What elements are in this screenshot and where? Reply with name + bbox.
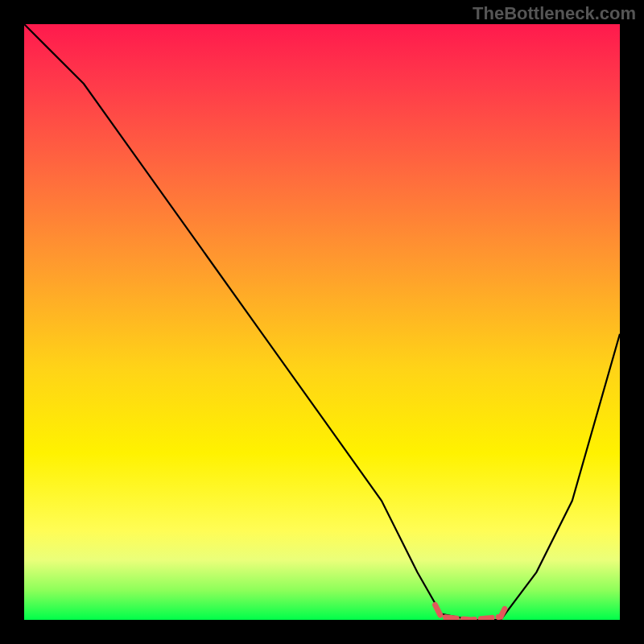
optimal-band-marker bbox=[436, 605, 507, 621]
bottleneck-curve bbox=[24, 24, 620, 620]
chart-curve-layer bbox=[24, 24, 620, 620]
attribution-label: TheBottleneck.com bbox=[473, 3, 636, 24]
